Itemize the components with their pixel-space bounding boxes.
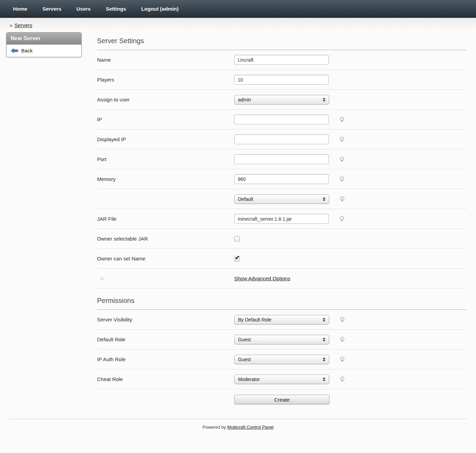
back-label: Back xyxy=(21,48,33,53)
select-stepper-icon xyxy=(323,318,326,322)
form-row-players: Players xyxy=(97,70,466,90)
cheat-role-select-value: Moderator xyxy=(238,377,260,382)
form-row-port: Port xyxy=(97,149,466,169)
nav-item-logout[interactable]: Logout (admin) xyxy=(134,6,186,12)
nav-item-home[interactable]: Home xyxy=(5,6,35,12)
footer-multicraft-link[interactable]: Multicraft Control Panel xyxy=(227,425,274,430)
players-input[interactable] xyxy=(234,75,329,85)
ip-auth-role-label: IP Auth Role xyxy=(97,356,234,362)
select-stepper-icon xyxy=(323,377,326,381)
ip-auth-role-select-value: Guest xyxy=(238,357,251,362)
form-row-advanced-options: ▷ Show Advanced Options xyxy=(97,269,466,289)
form-row-name: Name xyxy=(97,50,466,70)
ip-auth-role-help-lightbulb-icon[interactable] xyxy=(339,356,346,363)
cheat-role-select[interactable]: Moderator xyxy=(234,375,329,384)
cheat-role-help-lightbulb-icon[interactable] xyxy=(339,376,346,383)
ip-auth-role-select[interactable]: Guest xyxy=(234,355,329,364)
create-button[interactable]: Create xyxy=(234,395,330,404)
memory-input[interactable] xyxy=(234,174,329,184)
port-help-lightbulb-icon[interactable] xyxy=(338,156,345,163)
ip-help-lightbulb-icon[interactable] xyxy=(338,116,345,123)
form-row-memory: Memory xyxy=(97,169,466,189)
form-row-default-role: Default Role Guest xyxy=(97,330,466,350)
owner-can-set-name-checkbox[interactable] xyxy=(234,256,240,261)
nav-item-users[interactable]: Users xyxy=(69,6,98,12)
top-navbar: Home Servers Users Settings Logout (admi… xyxy=(0,0,476,18)
form-row-server-visibility: Server Visibility By Default Role xyxy=(97,310,466,330)
create-row-spacer xyxy=(97,395,234,404)
form-row-ip: IP xyxy=(97,110,466,130)
name-input[interactable] xyxy=(234,55,329,65)
memory-help-lightbulb-icon[interactable] xyxy=(338,176,345,183)
jar-file-help-lightbulb-icon[interactable] xyxy=(338,216,345,222)
name-label: Name xyxy=(97,57,234,63)
form-row-owner-selectable-jar: Owner selectable JAR xyxy=(97,229,466,249)
assign-user-select-value: admin xyxy=(238,97,251,102)
form-row-owner-can-set-name: Owner can set Name xyxy=(97,249,466,269)
form-row-displayed-ip: Displayed IP xyxy=(97,130,466,149)
server-visibility-select[interactable]: By Default Role xyxy=(234,315,329,325)
jar-default-select-value: Default xyxy=(238,196,253,202)
jar-default-select[interactable]: Default xyxy=(234,194,329,204)
displayed-ip-help-lightbulb-icon[interactable] xyxy=(338,136,345,143)
nav-item-settings[interactable]: Settings xyxy=(98,6,133,12)
form-row-assign-user: Assign to user admin xyxy=(97,90,466,110)
form-row-jar-file: JAR File xyxy=(97,209,466,229)
create-row: Create xyxy=(97,389,466,407)
server-settings-heading: Server Settings xyxy=(97,31,466,50)
owner-selectable-jar-checkbox[interactable] xyxy=(234,236,240,242)
select-stepper-icon xyxy=(323,338,326,342)
select-stepper-icon xyxy=(323,357,326,362)
form-row-jar-default: Default xyxy=(97,189,466,209)
footer-text: Powered by xyxy=(202,425,226,430)
memory-label: Memory xyxy=(97,176,234,182)
page-footer: Powered by Multicraft Control Panel xyxy=(10,419,466,436)
back-arrow-icon xyxy=(11,48,18,53)
back-button[interactable]: Back xyxy=(7,45,81,57)
displayed-ip-input[interactable] xyxy=(234,134,329,144)
server-visibility-select-value: By Default Role xyxy=(238,317,271,322)
default-role-help-lightbulb-icon[interactable] xyxy=(339,336,346,343)
jar-default-help-lightbulb-icon[interactable] xyxy=(339,196,346,203)
show-advanced-options-link[interactable]: Show Advanced Options xyxy=(234,276,290,281)
owner-can-set-name-label: Owner can set Name xyxy=(97,256,234,261)
port-input[interactable] xyxy=(234,154,329,164)
form-row-cheat-role: Cheat Role Moderator xyxy=(97,369,466,389)
assign-user-select[interactable]: admin xyxy=(234,95,329,105)
owner-selectable-jar-label: Owner selectable JAR xyxy=(97,236,234,242)
server-visibility-label: Server Visibility xyxy=(97,317,234,322)
breadcrumb-separator: » xyxy=(10,22,12,28)
select-stepper-icon xyxy=(323,197,326,201)
cheat-role-label: Cheat Role xyxy=(97,376,234,382)
disclosure-triangle-icon[interactable]: ▷ xyxy=(97,276,234,281)
default-role-select-value: Guest xyxy=(238,337,251,342)
permissions-heading: Permissions xyxy=(97,289,466,309)
sidebar-title: New Server xyxy=(7,33,81,45)
port-label: Port xyxy=(97,156,234,162)
displayed-ip-label: Displayed IP xyxy=(97,136,234,142)
main-content: Server Settings Name Players Assign to u… xyxy=(97,31,466,407)
sidebar-panel: New Server Back xyxy=(6,32,82,57)
server-visibility-help-lightbulb-icon[interactable] xyxy=(339,316,346,323)
default-role-select[interactable]: Guest xyxy=(234,335,329,344)
ip-label: IP xyxy=(97,117,234,122)
players-label: Players xyxy=(97,77,234,83)
form-row-ip-auth-role: IP Auth Role Guest xyxy=(97,350,466,369)
breadcrumb-link-servers[interactable]: Servers xyxy=(14,22,32,28)
jar-file-input[interactable] xyxy=(234,214,329,224)
breadcrumb: »Servers xyxy=(0,18,476,31)
default-role-label: Default Role xyxy=(97,336,234,342)
select-stepper-icon xyxy=(323,98,326,102)
nav-item-servers[interactable]: Servers xyxy=(35,6,69,12)
jar-file-label: JAR File xyxy=(97,216,234,222)
assign-user-label: Assign to user xyxy=(97,97,234,102)
ip-input[interactable] xyxy=(234,114,329,124)
